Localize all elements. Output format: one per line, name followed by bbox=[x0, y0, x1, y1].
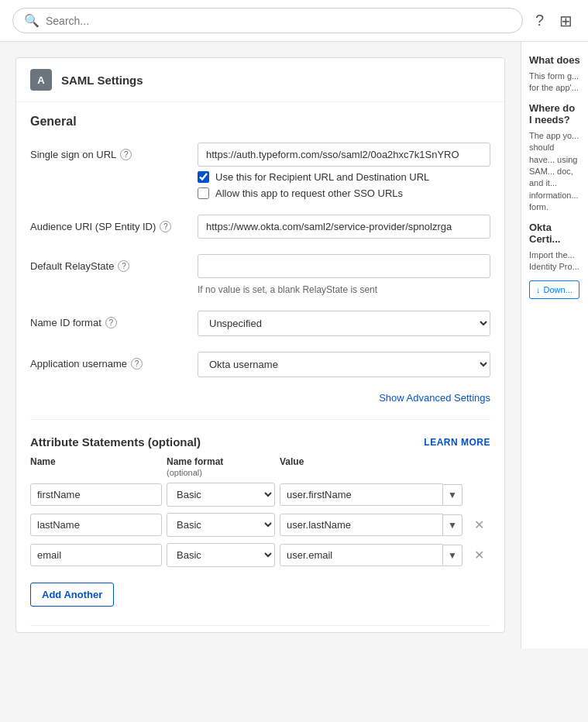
attr-value-dropdown-firstname[interactable]: ▼ bbox=[443, 484, 462, 506]
col-name-header: Name bbox=[30, 456, 162, 478]
other-sso-urls-checkbox-row: Allow this app to request other SSO URLs bbox=[198, 187, 490, 199]
app-username-select[interactable]: Okta username Email Custom bbox=[198, 352, 490, 377]
audience-uri-row: Audience URI (SP Entity ID) ? bbox=[16, 207, 504, 246]
attr-value-wrap-lastname: ▼ bbox=[280, 514, 462, 536]
attr-value-email[interactable] bbox=[280, 544, 443, 566]
recipient-url-checkbox[interactable] bbox=[198, 171, 209, 183]
general-section-title: General bbox=[16, 102, 504, 135]
attr-format-email[interactable]: Basic URI reference Unspecified bbox=[167, 543, 275, 567]
attr-remove-email[interactable]: ✕ bbox=[467, 549, 490, 562]
attr-value-lastname[interactable] bbox=[280, 514, 443, 536]
general-divider bbox=[30, 419, 490, 420]
attr-table: Name Name format (optional) Value Basic … bbox=[16, 456, 504, 567]
download-label: Down... bbox=[544, 285, 573, 294]
attr-statements-title: Attribute Statements (optional) bbox=[30, 435, 201, 449]
show-advanced-settings: Show Advanced Settings bbox=[16, 385, 504, 416]
top-bar-actions: ? ⊞ bbox=[532, 9, 576, 33]
relay-state-row: Default RelayState ? If no value is set,… bbox=[16, 246, 504, 303]
attr-name-firstname[interactable] bbox=[30, 483, 162, 506]
attr-format-firstname[interactable]: Basic URI reference Unspecified bbox=[167, 483, 275, 507]
relay-state-help-icon[interactable]: ? bbox=[118, 260, 129, 272]
right-panel: What does This form g... for the app'...… bbox=[521, 42, 588, 648]
app-username-row: Application username ? Okta username Ema… bbox=[16, 344, 504, 385]
bottom-divider bbox=[30, 625, 490, 626]
left-panel: A SAML Settings General Single sign on U… bbox=[0, 42, 521, 648]
right-panel-where-do-title: Where do I needs? bbox=[529, 102, 580, 125]
audience-uri-input[interactable] bbox=[198, 215, 490, 239]
name-id-format-help-icon[interactable]: ? bbox=[105, 317, 117, 328]
card-title: SAML Settings bbox=[61, 74, 143, 87]
col-format-header: Name format (optional) bbox=[167, 456, 275, 478]
search-box[interactable]: 🔍 bbox=[12, 8, 523, 33]
top-bar: 🔍 ? ⊞ bbox=[0, 0, 588, 42]
learn-more-link[interactable]: LEARN MORE bbox=[424, 437, 490, 448]
saml-settings-card: A SAML Settings General Single sign on U… bbox=[15, 57, 505, 633]
audience-uri-help-icon[interactable]: ? bbox=[160, 221, 171, 232]
col-format-subheader: (optional) bbox=[167, 468, 202, 477]
search-input[interactable] bbox=[46, 15, 511, 27]
attr-format-lastname[interactable]: Basic URI reference Unspecified bbox=[167, 513, 275, 537]
attr-row-lastname: Basic URI reference Unspecified ▼ ✕ bbox=[30, 513, 490, 537]
audience-uri-label: Audience URI (SP Entity ID) ? bbox=[30, 215, 185, 232]
recipient-url-checkbox-row: Use this for Recipient URL and Destinati… bbox=[198, 171, 490, 183]
app-username-controls: Okta username Email Custom bbox=[198, 352, 490, 377]
card-header: A SAML Settings bbox=[16, 58, 504, 102]
attr-table-header: Name Name format (optional) Value bbox=[30, 456, 490, 478]
attr-name-lastname[interactable] bbox=[30, 514, 162, 536]
attr-value-wrap-firstname: ▼ bbox=[280, 483, 462, 506]
search-icon: 🔍 bbox=[24, 13, 40, 28]
grid-button[interactable]: ⊞ bbox=[556, 9, 576, 33]
download-icon: ↓ bbox=[536, 285, 541, 294]
right-panel-what-does-body: This form g... for the app'... bbox=[529, 70, 580, 95]
sso-url-row: Single sign on URL ? Use this for Recipi… bbox=[16, 135, 504, 207]
attr-name-email[interactable] bbox=[30, 544, 162, 566]
attr-value-firstname[interactable] bbox=[280, 483, 443, 506]
right-panel-what-does-title: What does bbox=[529, 54, 580, 66]
download-button[interactable]: ↓ Down... bbox=[529, 280, 579, 299]
attr-value-dropdown-email[interactable]: ▼ bbox=[443, 545, 462, 566]
sso-url-input[interactable] bbox=[198, 143, 490, 167]
other-sso-urls-label: Allow this app to request other SSO URLs bbox=[215, 187, 403, 199]
main-layout: A SAML Settings General Single sign on U… bbox=[0, 42, 588, 648]
sso-url-help-icon[interactable]: ? bbox=[120, 149, 132, 160]
relay-state-input[interactable] bbox=[198, 254, 490, 278]
name-id-format-select[interactable]: Unspecified EmailAddress Persistent Tran… bbox=[198, 311, 490, 336]
audience-uri-controls bbox=[198, 215, 490, 239]
attr-value-wrap-email: ▼ bbox=[280, 544, 462, 566]
app-username-help-icon[interactable]: ? bbox=[131, 358, 143, 370]
name-id-format-label: Name ID format ? bbox=[30, 311, 185, 328]
right-panel-okta-cert-body: Import the... Identity Pro... bbox=[529, 249, 580, 273]
attr-row-email: Basic URI reference Unspecified ▼ ✕ bbox=[30, 543, 490, 567]
add-another-button[interactable]: Add Another bbox=[30, 583, 114, 607]
attr-value-dropdown-lastname[interactable]: ▼ bbox=[443, 514, 462, 536]
help-button[interactable]: ? bbox=[532, 9, 547, 33]
right-panel-where-do-body: The app yo... should have... using SAM..… bbox=[529, 130, 580, 214]
relay-state-label: Default RelayState ? bbox=[30, 254, 185, 272]
attr-remove-lastname[interactable]: ✕ bbox=[467, 519, 490, 531]
relay-state-hint: If no value is set, a blank RelayState i… bbox=[198, 284, 490, 295]
relay-state-controls: If no value is set, a blank RelayState i… bbox=[198, 254, 490, 295]
attr-row-firstname: Basic URI reference Unspecified ▼ bbox=[30, 483, 490, 507]
show-advanced-link[interactable]: Show Advanced Settings bbox=[379, 392, 490, 404]
sso-url-controls: Use this for Recipient URL and Destinati… bbox=[198, 143, 490, 199]
col-value-header: Value bbox=[280, 456, 462, 478]
card-avatar: A bbox=[30, 69, 52, 91]
name-id-format-controls: Unspecified EmailAddress Persistent Tran… bbox=[198, 311, 490, 336]
right-panel-okta-cert-title: Okta Certi... bbox=[529, 222, 580, 245]
sso-url-label: Single sign on URL ? bbox=[30, 143, 185, 160]
app-username-label: Application username ? bbox=[30, 352, 185, 370]
other-sso-urls-checkbox[interactable] bbox=[198, 187, 209, 199]
attr-statements-header: Attribute Statements (optional) LEARN MO… bbox=[16, 423, 504, 456]
recipient-url-label: Use this for Recipient URL and Destinati… bbox=[215, 171, 429, 183]
name-id-format-row: Name ID format ? Unspecified EmailAddres… bbox=[16, 303, 504, 344]
